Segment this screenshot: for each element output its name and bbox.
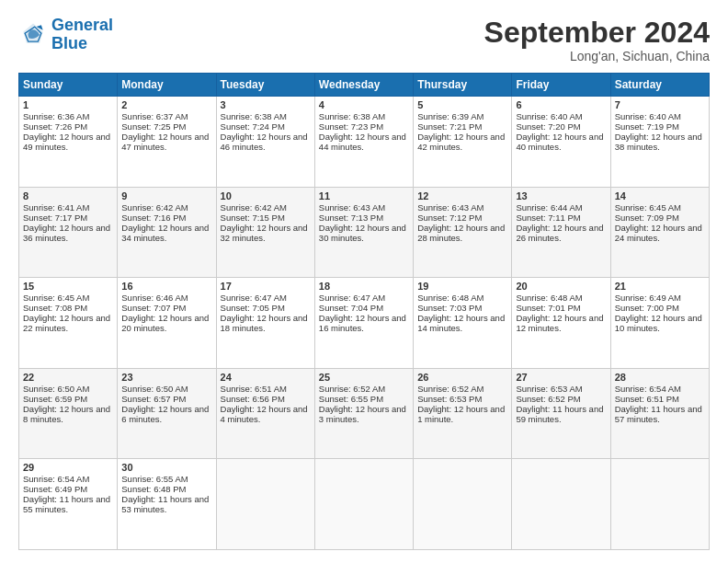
sunset-label: Sunset: 6:59 PM — [23, 394, 87, 404]
daylight-label: Daylight: 12 hours and 14 minutes. — [417, 313, 505, 333]
sunrise-label: Sunrise: 6:55 AM — [121, 474, 188, 484]
day-number: 14 — [615, 190, 705, 201]
sunrise-label: Sunrise: 6:43 AM — [319, 202, 385, 213]
col-header-monday: Monday — [118, 74, 216, 97]
calendar-cell: 12 Sunrise: 6:43 AM Sunset: 7:12 PM Dayl… — [414, 187, 512, 278]
sunset-label: Sunset: 6:48 PM — [121, 484, 186, 494]
page: General Blue September 2024 Long'an, Sic… — [0, 0, 728, 563]
logo-text: General Blue — [51, 17, 113, 53]
daylight-label: Daylight: 12 hours and 6 minutes. — [121, 404, 209, 424]
sunset-label: Sunset: 7:19 PM — [615, 121, 679, 132]
col-header-sunday: Sunday — [19, 74, 118, 97]
daylight-label: Daylight: 12 hours and 10 minutes. — [615, 313, 702, 333]
daylight-label: Daylight: 12 hours and 46 minutes. — [221, 132, 308, 152]
daylight-label: Daylight: 12 hours and 42 minutes. — [417, 132, 505, 152]
sunrise-label: Sunrise: 6:54 AM — [23, 474, 89, 484]
daylight-label: Daylight: 12 hours and 49 minutes. — [23, 132, 110, 152]
sunrise-label: Sunrise: 6:48 AM — [516, 293, 582, 303]
sunrise-label: Sunrise: 6:53 AM — [516, 384, 582, 394]
calendar-cell: 16 Sunrise: 6:46 AM Sunset: 7:07 PM Dayl… — [118, 278, 216, 369]
calendar-cell: 1 Sunrise: 6:36 AM Sunset: 7:26 PM Dayli… — [19, 97, 118, 188]
subtitle: Long'an, Sichuan, China — [484, 49, 710, 63]
title-block: September 2024 Long'an, Sichuan, China — [484, 17, 710, 63]
daylight-label: Daylight: 12 hours and 18 minutes. — [221, 313, 308, 333]
day-number: 20 — [516, 281, 606, 292]
calendar-cell — [314, 459, 413, 550]
sunset-label: Sunset: 7:23 PM — [319, 121, 383, 132]
calendar-cell: 11 Sunrise: 6:43 AM Sunset: 7:13 PM Dayl… — [314, 187, 413, 278]
daylight-label: Daylight: 12 hours and 38 minutes. — [615, 132, 702, 152]
sunset-label: Sunset: 7:03 PM — [417, 303, 482, 313]
day-number: 17 — [221, 281, 311, 292]
sunset-label: Sunset: 7:15 PM — [221, 213, 285, 223]
calendar-cell: 21 Sunrise: 6:49 AM Sunset: 7:00 PM Dayl… — [610, 278, 709, 369]
sunrise-label: Sunrise: 6:49 AM — [615, 293, 681, 303]
daylight-label: Daylight: 12 hours and 28 minutes. — [417, 223, 505, 243]
calendar-cell: 22 Sunrise: 6:50 AM Sunset: 6:59 PM Dayl… — [19, 368, 118, 459]
calendar-cell: 9 Sunrise: 6:42 AM Sunset: 7:16 PM Dayli… — [118, 187, 216, 278]
day-number: 22 — [23, 372, 113, 383]
sunrise-label: Sunrise: 6:50 AM — [121, 384, 188, 394]
sunrise-label: Sunrise: 6:40 AM — [516, 111, 582, 121]
day-number: 25 — [319, 372, 409, 383]
sunset-label: Sunset: 6:51 PM — [615, 394, 679, 404]
calendar-cell — [610, 459, 709, 550]
sunset-label: Sunset: 7:21 PM — [417, 121, 482, 132]
sunrise-label: Sunrise: 6:47 AM — [319, 293, 385, 303]
daylight-label: Daylight: 12 hours and 20 minutes. — [121, 313, 209, 333]
day-number: 10 — [221, 190, 311, 201]
day-number: 2 — [121, 99, 211, 110]
daylight-label: Daylight: 11 hours and 59 minutes. — [516, 404, 603, 424]
sunrise-label: Sunrise: 6:45 AM — [615, 202, 681, 213]
calendar-cell: 18 Sunrise: 6:47 AM Sunset: 7:04 PM Dayl… — [314, 278, 413, 369]
calendar-cell: 26 Sunrise: 6:52 AM Sunset: 6:53 PM Dayl… — [414, 368, 512, 459]
daylight-label: Daylight: 12 hours and 40 minutes. — [516, 132, 603, 152]
calendar-cell: 6 Sunrise: 6:40 AM Sunset: 7:20 PM Dayli… — [512, 97, 610, 188]
calendar: SundayMondayTuesdayWednesdayThursdayFrid… — [18, 73, 710, 550]
sunrise-label: Sunrise: 6:41 AM — [23, 202, 89, 213]
day-number: 4 — [319, 99, 409, 110]
calendar-cell: 5 Sunrise: 6:39 AM Sunset: 7:21 PM Dayli… — [414, 97, 512, 188]
sunset-label: Sunset: 6:56 PM — [221, 394, 285, 404]
daylight-label: Daylight: 12 hours and 12 minutes. — [516, 313, 603, 333]
day-number: 1 — [23, 99, 113, 110]
day-number: 19 — [417, 281, 507, 292]
day-number: 30 — [121, 462, 211, 473]
sunset-label: Sunset: 7:04 PM — [319, 303, 383, 313]
sunset-label: Sunset: 7:17 PM — [23, 213, 87, 223]
daylight-label: Daylight: 12 hours and 30 minutes. — [319, 223, 406, 243]
header: General Blue September 2024 Long'an, Sic… — [18, 17, 710, 63]
sunset-label: Sunset: 7:05 PM — [221, 303, 285, 313]
calendar-cell — [512, 459, 610, 550]
sunset-label: Sunset: 7:07 PM — [121, 303, 186, 313]
daylight-label: Daylight: 12 hours and 8 minutes. — [23, 404, 110, 424]
sunrise-label: Sunrise: 6:40 AM — [615, 111, 681, 121]
day-number: 15 — [23, 281, 113, 292]
main-title: September 2024 — [484, 17, 710, 49]
sunset-label: Sunset: 7:26 PM — [23, 121, 87, 132]
day-number: 12 — [417, 190, 507, 201]
sunrise-label: Sunrise: 6:44 AM — [516, 202, 582, 213]
sunrise-label: Sunrise: 6:37 AM — [121, 111, 188, 121]
calendar-cell: 28 Sunrise: 6:54 AM Sunset: 6:51 PM Dayl… — [610, 368, 709, 459]
calendar-cell: 17 Sunrise: 6:47 AM Sunset: 7:05 PM Dayl… — [216, 278, 314, 369]
sunset-label: Sunset: 7:01 PM — [516, 303, 580, 313]
sunset-label: Sunset: 6:53 PM — [417, 394, 482, 404]
daylight-label: Daylight: 11 hours and 55 minutes. — [23, 494, 110, 514]
calendar-cell: 25 Sunrise: 6:52 AM Sunset: 6:55 PM Dayl… — [314, 368, 413, 459]
sunset-label: Sunset: 7:08 PM — [23, 303, 87, 313]
day-number: 11 — [319, 190, 409, 201]
logo-icon — [18, 20, 48, 50]
calendar-cell: 20 Sunrise: 6:48 AM Sunset: 7:01 PM Dayl… — [512, 278, 610, 369]
calendar-cell: 8 Sunrise: 6:41 AM Sunset: 7:17 PM Dayli… — [19, 187, 118, 278]
sunrise-label: Sunrise: 6:51 AM — [221, 384, 287, 394]
calendar-cell: 13 Sunrise: 6:44 AM Sunset: 7:11 PM Dayl… — [512, 187, 610, 278]
col-header-friday: Friday — [512, 74, 610, 97]
sunrise-label: Sunrise: 6:50 AM — [23, 384, 89, 394]
calendar-cell: 19 Sunrise: 6:48 AM Sunset: 7:03 PM Dayl… — [414, 278, 512, 369]
calendar-cell: 15 Sunrise: 6:45 AM Sunset: 7:08 PM Dayl… — [19, 278, 118, 369]
day-number: 9 — [121, 190, 211, 201]
daylight-label: Daylight: 12 hours and 24 minutes. — [615, 223, 702, 243]
day-number: 29 — [23, 462, 113, 473]
day-number: 23 — [121, 372, 211, 383]
